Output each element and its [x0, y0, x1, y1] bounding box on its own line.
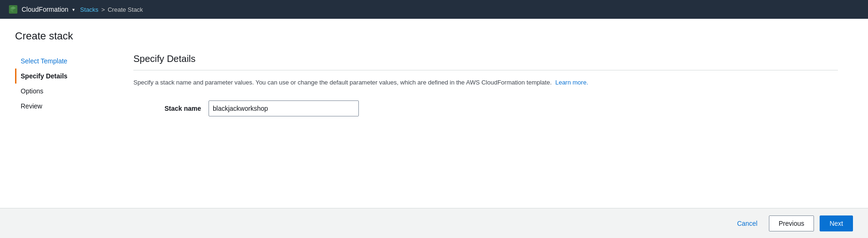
page-title: Create stack — [15, 30, 853, 42]
sidebar-item-select-template[interactable]: Select Template — [15, 54, 118, 69]
breadcrumb-current: Create Stack — [108, 6, 143, 13]
breadcrumb: Stacks > Create Stack — [80, 6, 143, 13]
cloudformation-icon — [8, 4, 19, 15]
sidebar-item-review[interactable]: Review — [15, 99, 118, 114]
main-layout: Select Template Specify Details Options … — [15, 54, 853, 126]
stack-name-row: Stack name — [133, 100, 838, 116]
section-title: Specify Details — [133, 54, 838, 64]
service-dropdown-icon[interactable]: ▾ — [72, 7, 75, 12]
sidebar-item-options[interactable]: Options — [15, 84, 118, 99]
stack-name-label: Stack name — [133, 105, 209, 112]
breadcrumb-separator: > — [101, 6, 105, 13]
page-content: Create stack Select Template Specify Det… — [0, 19, 868, 238]
learn-more-link[interactable]: Learn more. — [555, 79, 588, 86]
topbar-logo: CloudFormation ▾ — [8, 4, 75, 15]
section-divider — [133, 70, 838, 70]
description-text: Specify a stack name and parameter value… — [133, 79, 552, 86]
main-section: Specify Details Specify a stack name and… — [118, 54, 853, 126]
footer-bar: Cancel Previous Next — [0, 208, 868, 238]
service-name-label: CloudFormation — [22, 6, 69, 13]
sidebar: Select Template Specify Details Options … — [15, 54, 118, 126]
stack-name-input[interactable] — [209, 100, 359, 116]
cancel-button[interactable]: Cancel — [731, 216, 763, 231]
next-button[interactable]: Next — [820, 215, 853, 231]
section-description: Specify a stack name and parameter value… — [133, 78, 838, 87]
previous-button[interactable]: Previous — [769, 215, 814, 231]
breadcrumb-stacks-link[interactable]: Stacks — [80, 6, 99, 13]
topbar: CloudFormation ▾ Stacks > Create Stack — [0, 0, 868, 19]
sidebar-item-specify-details[interactable]: Specify Details — [15, 69, 118, 84]
